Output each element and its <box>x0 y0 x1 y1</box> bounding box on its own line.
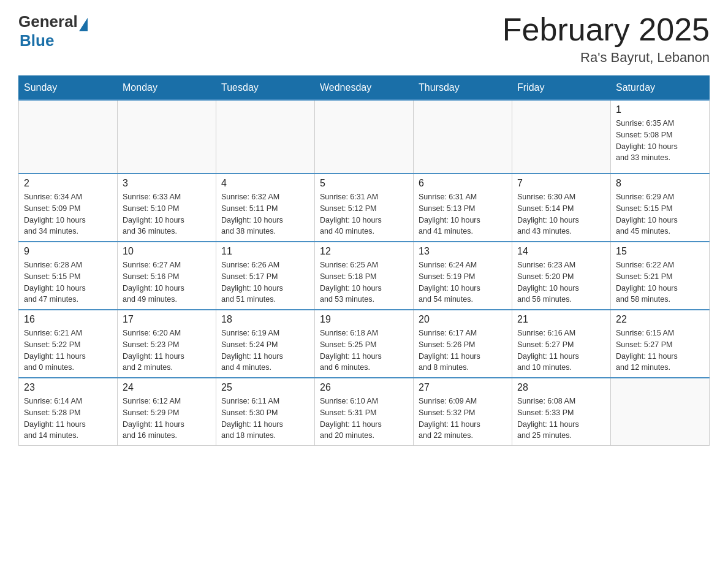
calendar-cell <box>414 100 512 174</box>
calendar-cell: 12Sunrise: 6:25 AMSunset: 5:18 PMDayligh… <box>315 242 414 310</box>
calendar-cell: 7Sunrise: 6:30 AMSunset: 5:14 PMDaylight… <box>512 174 611 242</box>
day-info: Sunrise: 6:32 AMSunset: 5:11 PMDaylight:… <box>221 191 309 237</box>
day-info: Sunrise: 6:17 AMSunset: 5:26 PMDaylight:… <box>419 327 507 373</box>
day-info: Sunrise: 6:27 AMSunset: 5:16 PMDaylight:… <box>123 259 211 305</box>
calendar-cell <box>118 100 216 174</box>
day-info: Sunrise: 6:26 AMSunset: 5:17 PMDaylight:… <box>221 259 309 305</box>
day-number: 26 <box>320 382 408 393</box>
day-info: Sunrise: 6:31 AMSunset: 5:13 PMDaylight:… <box>419 191 507 237</box>
calendar-title: February 2025 <box>502 12 710 47</box>
week-row-3: 9Sunrise: 6:28 AMSunset: 5:15 PMDaylight… <box>19 242 710 310</box>
calendar-cell: 18Sunrise: 6:19 AMSunset: 5:24 PMDayligh… <box>216 310 315 378</box>
calendar-cell: 3Sunrise: 6:33 AMSunset: 5:10 PMDaylight… <box>118 174 216 242</box>
page-header: General Blue February 2025 Ra's Bayrut, … <box>18 12 710 66</box>
calendar-cell: 28Sunrise: 6:08 AMSunset: 5:33 PMDayligh… <box>512 378 611 446</box>
calendar-cell: 4Sunrise: 6:32 AMSunset: 5:11 PMDaylight… <box>216 174 315 242</box>
day-number: 11 <box>221 246 309 257</box>
day-info: Sunrise: 6:08 AMSunset: 5:33 PMDaylight:… <box>517 396 605 442</box>
calendar-cell: 23Sunrise: 6:14 AMSunset: 5:28 PMDayligh… <box>19 378 118 446</box>
calendar-cell: 14Sunrise: 6:23 AMSunset: 5:20 PMDayligh… <box>512 242 611 310</box>
calendar-cell <box>315 100 414 174</box>
calendar-header-row: Sunday Monday Tuesday Wednesday Thursday… <box>19 76 710 101</box>
calendar-cell: 11Sunrise: 6:26 AMSunset: 5:17 PMDayligh… <box>216 242 315 310</box>
day-number: 3 <box>123 178 211 189</box>
day-number: 28 <box>517 382 605 393</box>
day-number: 15 <box>616 246 704 257</box>
day-info: Sunrise: 6:31 AMSunset: 5:12 PMDaylight:… <box>320 191 408 237</box>
calendar-cell: 24Sunrise: 6:12 AMSunset: 5:29 PMDayligh… <box>118 378 216 446</box>
day-number: 17 <box>123 314 211 325</box>
col-wednesday: Wednesday <box>315 76 414 101</box>
day-info: Sunrise: 6:12 AMSunset: 5:29 PMDaylight:… <box>123 396 211 442</box>
col-monday: Monday <box>118 76 216 101</box>
logo: General Blue <box>18 12 88 50</box>
day-info: Sunrise: 6:35 AMSunset: 5:08 PMDaylight:… <box>616 118 704 164</box>
day-number: 8 <box>616 178 704 189</box>
day-info: Sunrise: 6:23 AMSunset: 5:20 PMDaylight:… <box>517 259 605 305</box>
calendar-cell: 20Sunrise: 6:17 AMSunset: 5:26 PMDayligh… <box>414 310 512 378</box>
calendar-cell: 26Sunrise: 6:10 AMSunset: 5:31 PMDayligh… <box>315 378 414 446</box>
day-number: 16 <box>24 314 112 325</box>
week-row-5: 23Sunrise: 6:14 AMSunset: 5:28 PMDayligh… <box>19 378 710 446</box>
week-row-4: 16Sunrise: 6:21 AMSunset: 5:22 PMDayligh… <box>19 310 710 378</box>
day-info: Sunrise: 6:11 AMSunset: 5:30 PMDaylight:… <box>221 396 309 442</box>
day-info: Sunrise: 6:25 AMSunset: 5:18 PMDaylight:… <box>320 259 408 305</box>
col-friday: Friday <box>512 76 611 101</box>
day-number: 24 <box>123 382 211 393</box>
logo-blue-text: Blue <box>20 31 88 50</box>
day-number: 6 <box>419 178 507 189</box>
calendar-subtitle: Ra's Bayrut, Lebanon <box>502 50 710 66</box>
day-number: 23 <box>24 382 112 393</box>
week-row-2: 2Sunrise: 6:34 AMSunset: 5:09 PMDaylight… <box>19 174 710 242</box>
day-info: Sunrise: 6:34 AMSunset: 5:09 PMDaylight:… <box>24 191 112 237</box>
day-info: Sunrise: 6:09 AMSunset: 5:32 PMDaylight:… <box>419 396 507 442</box>
calendar-cell: 1Sunrise: 6:35 AMSunset: 5:08 PMDaylight… <box>611 100 710 174</box>
calendar-cell: 19Sunrise: 6:18 AMSunset: 5:25 PMDayligh… <box>315 310 414 378</box>
day-info: Sunrise: 6:16 AMSunset: 5:27 PMDaylight:… <box>517 327 605 373</box>
week-row-1: 1Sunrise: 6:35 AMSunset: 5:08 PMDaylight… <box>19 100 710 174</box>
day-number: 2 <box>24 178 112 189</box>
day-info: Sunrise: 6:19 AMSunset: 5:24 PMDaylight:… <box>221 327 309 373</box>
calendar-cell: 17Sunrise: 6:20 AMSunset: 5:23 PMDayligh… <box>118 310 216 378</box>
calendar-cell: 2Sunrise: 6:34 AMSunset: 5:09 PMDaylight… <box>19 174 118 242</box>
day-number: 25 <box>221 382 309 393</box>
col-sunday: Sunday <box>19 76 118 101</box>
calendar-table: Sunday Monday Tuesday Wednesday Thursday… <box>18 75 710 446</box>
day-number: 4 <box>221 178 309 189</box>
day-number: 22 <box>616 314 704 325</box>
day-number: 10 <box>123 246 211 257</box>
calendar-cell: 21Sunrise: 6:16 AMSunset: 5:27 PMDayligh… <box>512 310 611 378</box>
day-info: Sunrise: 6:30 AMSunset: 5:14 PMDaylight:… <box>517 191 605 237</box>
title-block: February 2025 Ra's Bayrut, Lebanon <box>502 12 710 66</box>
calendar-cell: 10Sunrise: 6:27 AMSunset: 5:16 PMDayligh… <box>118 242 216 310</box>
day-number: 14 <box>517 246 605 257</box>
col-tuesday: Tuesday <box>216 76 315 101</box>
calendar-cell <box>19 100 118 174</box>
day-number: 12 <box>320 246 408 257</box>
calendar-cell <box>216 100 315 174</box>
day-number: 7 <box>517 178 605 189</box>
calendar-cell: 22Sunrise: 6:15 AMSunset: 5:27 PMDayligh… <box>611 310 710 378</box>
calendar-cell: 5Sunrise: 6:31 AMSunset: 5:12 PMDaylight… <box>315 174 414 242</box>
calendar-cell: 25Sunrise: 6:11 AMSunset: 5:30 PMDayligh… <box>216 378 315 446</box>
day-info: Sunrise: 6:20 AMSunset: 5:23 PMDaylight:… <box>123 327 211 373</box>
day-info: Sunrise: 6:18 AMSunset: 5:25 PMDaylight:… <box>320 327 408 373</box>
day-info: Sunrise: 6:14 AMSunset: 5:28 PMDaylight:… <box>24 396 112 442</box>
day-info: Sunrise: 6:33 AMSunset: 5:10 PMDaylight:… <box>123 191 211 237</box>
calendar-cell: 8Sunrise: 6:29 AMSunset: 5:15 PMDaylight… <box>611 174 710 242</box>
day-info: Sunrise: 6:28 AMSunset: 5:15 PMDaylight:… <box>24 259 112 305</box>
day-number: 5 <box>320 178 408 189</box>
calendar-cell: 27Sunrise: 6:09 AMSunset: 5:32 PMDayligh… <box>414 378 512 446</box>
logo-general-text: General <box>18 12 78 31</box>
calendar-cell: 6Sunrise: 6:31 AMSunset: 5:13 PMDaylight… <box>414 174 512 242</box>
day-number: 19 <box>320 314 408 325</box>
calendar-cell <box>512 100 611 174</box>
day-info: Sunrise: 6:21 AMSunset: 5:22 PMDaylight:… <box>24 327 112 373</box>
calendar-cell: 13Sunrise: 6:24 AMSunset: 5:19 PMDayligh… <box>414 242 512 310</box>
calendar-cell: 9Sunrise: 6:28 AMSunset: 5:15 PMDaylight… <box>19 242 118 310</box>
day-number: 21 <box>517 314 605 325</box>
col-thursday: Thursday <box>414 76 512 101</box>
logo-triangle-icon <box>79 18 88 31</box>
day-info: Sunrise: 6:15 AMSunset: 5:27 PMDaylight:… <box>616 327 704 373</box>
day-number: 9 <box>24 246 112 257</box>
